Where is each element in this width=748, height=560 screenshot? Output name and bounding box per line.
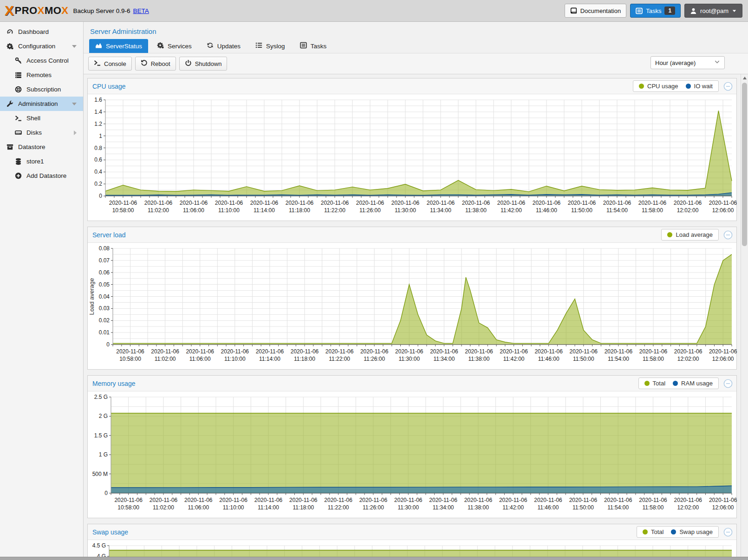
svg-text:2020-11-06: 2020-11-06 bbox=[291, 348, 319, 355]
reboot-button[interactable]: Reboot bbox=[135, 57, 176, 71]
terminal-icon bbox=[94, 59, 101, 68]
svg-text:11:18:00: 11:18:00 bbox=[289, 207, 310, 214]
svg-text:0: 0 bbox=[106, 341, 110, 348]
legend-item-load-average[interactable]: Load average bbox=[667, 231, 713, 238]
sidebar-item-administration[interactable]: Administration bbox=[0, 97, 83, 111]
product-name: Backup Server 0.9-6 bbox=[73, 7, 130, 14]
svg-text:2020-11-06: 2020-11-06 bbox=[638, 200, 667, 206]
panels-container: CPU usageCPU usageIO wait00.20.40.60.811… bbox=[84, 74, 741, 560]
legend-label: Swap usage bbox=[679, 528, 713, 535]
vertical-scrollbar[interactable] bbox=[741, 74, 748, 560]
panel-body: 0500 M1 G1.5 G2 G2.5 G2020-11-0610:58:00… bbox=[88, 391, 736, 518]
svg-text:2020-11-06: 2020-11-06 bbox=[360, 348, 389, 355]
sidebar-item-label: Subscription bbox=[26, 86, 61, 93]
scroll-up-arrow[interactable] bbox=[741, 74, 748, 82]
svg-text:2020-11-06: 2020-11-06 bbox=[256, 348, 284, 355]
documentation-button[interactable]: Documentation bbox=[565, 4, 626, 18]
svg-text:2020-11-06: 2020-11-06 bbox=[462, 200, 490, 206]
legend-label: RAM usage bbox=[681, 380, 713, 387]
tab-syslog[interactable]: Syslog bbox=[249, 39, 291, 53]
svg-text:11:02:00: 11:02:00 bbox=[155, 356, 176, 362]
svg-text:11:10:00: 11:10:00 bbox=[218, 207, 240, 214]
rows-icon bbox=[14, 72, 22, 78]
svg-text:2020-11-06: 2020-11-06 bbox=[430, 348, 458, 355]
svg-text:11:02:00: 11:02:00 bbox=[148, 207, 169, 214]
collapse-panel-button[interactable] bbox=[723, 527, 733, 537]
beta-link[interactable]: BETA bbox=[133, 7, 149, 14]
sidebar-item-access-control[interactable]: Access Control bbox=[0, 53, 83, 68]
svg-text:2020-11-06: 2020-11-06 bbox=[604, 497, 632, 503]
undo-icon bbox=[141, 59, 148, 68]
panel-title: Memory usage bbox=[92, 380, 638, 387]
legend-item-ram-usage[interactable]: RAM usage bbox=[673, 380, 713, 387]
svg-text:2020-11-06: 2020-11-06 bbox=[709, 497, 737, 503]
time-range-value: Hour (average) bbox=[655, 59, 714, 66]
user-menu-button[interactable]: root@pam bbox=[684, 4, 742, 18]
tab-tasks[interactable]: Tasks bbox=[294, 39, 333, 53]
chart-panel-server-load: Server loadLoad average00.010.020.030.04… bbox=[87, 227, 737, 370]
legend-item-total[interactable]: Total bbox=[644, 380, 665, 387]
user-icon bbox=[690, 7, 697, 14]
svg-text:0.08: 0.08 bbox=[99, 245, 110, 252]
tab-serverstatus[interactable]: ServerStatus bbox=[89, 39, 148, 53]
tab-updates[interactable]: Updates bbox=[201, 39, 247, 53]
sidebar-item-datastore[interactable]: Datastore bbox=[0, 140, 83, 154]
svg-text:12:02:00: 12:02:00 bbox=[677, 207, 699, 214]
svg-text:2020-11-06: 2020-11-06 bbox=[356, 200, 384, 206]
legend-label: Load average bbox=[676, 231, 713, 238]
scrollbar-thumb[interactable] bbox=[742, 83, 747, 246]
svg-text:11:02:00: 11:02:00 bbox=[153, 504, 174, 511]
sidebar-item-label: store1 bbox=[26, 158, 44, 165]
svg-text:10:58:00: 10:58:00 bbox=[117, 504, 139, 511]
collapse-panel-button[interactable] bbox=[723, 82, 733, 91]
collapse-panel-button[interactable] bbox=[723, 379, 733, 388]
svg-text:2020-11-06: 2020-11-06 bbox=[289, 497, 318, 503]
svg-text:11:42:00: 11:42:00 bbox=[503, 356, 525, 362]
svg-text:2020-11-06: 2020-11-06 bbox=[497, 200, 526, 206]
sidebar-item-subscription[interactable]: Subscription bbox=[0, 82, 83, 97]
sidebar-item-dashboard[interactable]: Dashboard bbox=[0, 25, 83, 39]
console-button[interactable]: Console bbox=[88, 57, 132, 71]
svg-text:11:46:00: 11:46:00 bbox=[538, 356, 559, 362]
lifering-icon bbox=[14, 86, 22, 93]
svg-text:2020-11-06: 2020-11-06 bbox=[499, 497, 527, 503]
legend-item-cpu-usage[interactable]: CPU usage bbox=[639, 83, 678, 90]
legend-item-io-wait[interactable]: IO wait bbox=[686, 83, 713, 90]
legend-item-total[interactable]: Total bbox=[643, 528, 663, 535]
sidebar-item-add-datastore[interactable]: Add Datastore bbox=[0, 169, 83, 183]
cogs-icon bbox=[157, 42, 164, 50]
sidebar-item-label: Configuration bbox=[18, 43, 55, 50]
svg-text:11:54:00: 11:54:00 bbox=[606, 207, 628, 214]
collapse-arrow-icon[interactable] bbox=[72, 103, 77, 105]
svg-text:2020-11-06: 2020-11-06 bbox=[674, 497, 702, 503]
sidebar-item-configuration[interactable]: Configuration bbox=[0, 39, 83, 53]
button-label: Reboot bbox=[151, 60, 170, 67]
tab-services[interactable]: Services bbox=[151, 39, 198, 53]
list-alt-icon bbox=[300, 42, 307, 50]
sidebar-item-shell[interactable]: Shell bbox=[0, 111, 83, 125]
svg-text:500 M: 500 M bbox=[92, 471, 108, 477]
chart-panel-memory-usage: Memory usageTotalRAM usage0500 M1 G1.5 G… bbox=[87, 375, 737, 518]
button-label: Shutdown bbox=[195, 60, 222, 67]
svg-text:11:58:00: 11:58:00 bbox=[642, 207, 663, 214]
svg-text:2020-11-06: 2020-11-06 bbox=[674, 200, 702, 206]
svg-text:0.2: 0.2 bbox=[94, 181, 102, 187]
expand-arrow-icon[interactable] bbox=[74, 130, 77, 135]
collapse-arrow-icon[interactable] bbox=[72, 45, 77, 48]
svg-text:11:42:00: 11:42:00 bbox=[502, 504, 524, 511]
collapse-panel-button[interactable] bbox=[723, 230, 733, 240]
tab-label: Updates bbox=[217, 43, 241, 50]
shutdown-button[interactable]: Shutdown bbox=[179, 57, 228, 71]
legend-dot-icon bbox=[673, 381, 678, 386]
svg-text:12:02:00: 12:02:00 bbox=[677, 356, 699, 362]
sidebar-item-remotes[interactable]: Remotes bbox=[0, 68, 83, 82]
svg-text:1.6: 1.6 bbox=[94, 97, 102, 103]
legend-item-swap-usage[interactable]: Swap usage bbox=[671, 528, 713, 535]
sidebar-item-store1[interactable]: store1 bbox=[0, 154, 83, 169]
time-range-select[interactable]: Hour (average) bbox=[650, 56, 725, 69]
svg-text:11:26:00: 11:26:00 bbox=[363, 504, 384, 511]
svg-text:11:30:00: 11:30:00 bbox=[397, 504, 419, 511]
box-icon bbox=[6, 143, 14, 150]
sidebar-item-disks[interactable]: Disks bbox=[0, 125, 83, 140]
tasks-button[interactable]: Tasks 1 bbox=[630, 4, 681, 18]
